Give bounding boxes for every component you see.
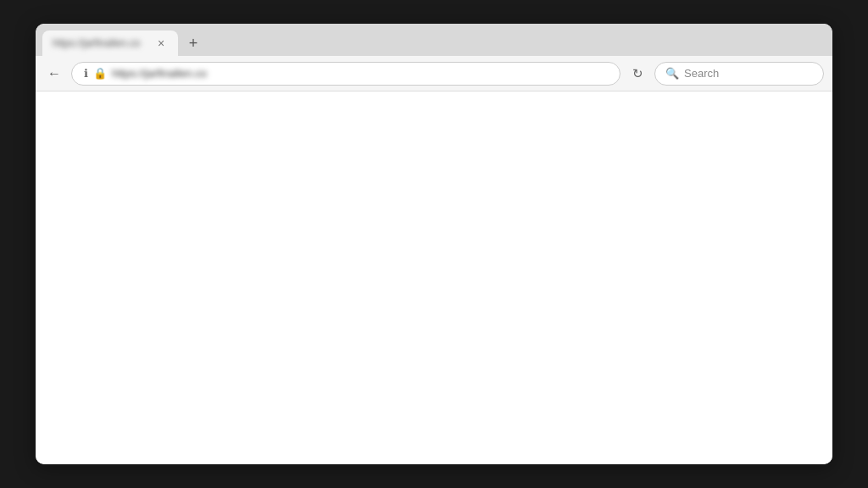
page-content <box>36 92 832 464</box>
search-placeholder: Search <box>684 67 719 80</box>
search-bar[interactable]: 🔍 Search <box>654 62 824 86</box>
active-tab[interactable]: https://jarfinallen.co × <box>42 30 178 56</box>
url-text: https://jarfinallen.co <box>112 67 608 80</box>
tab-close-button[interactable]: × <box>154 36 168 50</box>
search-icon: 🔍 <box>665 67 679 80</box>
tab-title: https://jarfinallen.co <box>53 37 147 49</box>
tab-bar: https://jarfinallen.co × + <box>36 24 832 56</box>
back-icon: ← <box>47 66 61 81</box>
info-icon: ℹ <box>84 67 88 80</box>
reload-button[interactable]: ↻ <box>627 64 648 84</box>
lock-icon: 🔒 <box>93 67 107 80</box>
new-tab-button[interactable]: + <box>181 31 205 55</box>
back-button[interactable]: ← <box>44 64 64 84</box>
browser-window: https://jarfinallen.co × + ← ℹ 🔒 https:/… <box>36 24 832 464</box>
nav-bar: ← ℹ 🔒 https://jarfinallen.co ↻ 🔍 Search <box>36 56 832 92</box>
address-bar[interactable]: ℹ 🔒 https://jarfinallen.co <box>71 62 620 86</box>
reload-icon: ↻ <box>632 66 643 81</box>
